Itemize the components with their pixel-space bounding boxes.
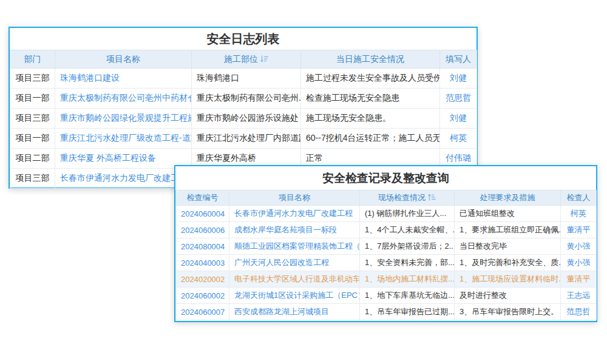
cell-inspection-id[interactable]: 2024040003 <box>176 255 229 271</box>
table-header-row: 部门 项目名称 施工部位 当日施工安全情况 填写人 <box>10 50 477 69</box>
table-header-row: 检查编号 项目名称 现场检查情况 处理要求及措施 检查人 <box>176 190 597 206</box>
table-row: 项目三部 重庆市鹅岭公园绿化景观提升工程施工 重庆市鹅岭公园游乐设施处 施工现场… <box>10 109 477 129</box>
cell-inspector[interactable]: 黄小强 <box>561 238 597 255</box>
inspection-query-panel: 安全检查记录及整改查询 检查编号 项目名称 现场检查情况 处理要求及措施 检查人… <box>174 165 597 322</box>
cell-project-link[interactable]: 重庆太极制药有限公司亳州中药材仓... <box>55 89 192 109</box>
col-header-finding[interactable]: 现场检查情况 <box>360 190 455 206</box>
cell-inspection-id[interactable]: 2024020002 <box>176 271 229 288</box>
table-row: 2024060006 成都水岸华庭名苑项目一标段 1、4个工人未戴安全帽、...… <box>176 222 597 238</box>
table-row: 2024060007 西安成都路龙湖上河城项目 1、吊车年审报告已过期... 3… <box>176 304 597 320</box>
col-header-inspector: 检查人 <box>561 190 597 206</box>
cell-status: 检查施工现场无安全隐患 <box>301 89 440 109</box>
col-header-project: 项目名称 <box>229 190 360 206</box>
cell-inspector[interactable]: 黄小强 <box>561 255 597 271</box>
cell-dept: 项目一部 <box>10 129 55 149</box>
inspection-table: 检查编号 项目名称 现场检查情况 处理要求及措施 检查人 2024060004 … <box>175 190 597 320</box>
cell-status: 60--7挖机4台运转正常；施工人员无违... <box>301 129 440 149</box>
table-row: 项目一部 重庆江北污水处理厂级改造工程-道路... 重庆江北污水处理厂内部道路 … <box>10 129 477 149</box>
cell-inspector[interactable]: 范思哲 <box>561 304 597 320</box>
cell-dept: 项目一部 <box>10 89 55 109</box>
cell-finding: 1、安全资料未完善，部... <box>360 255 455 271</box>
cell-project-link[interactable]: 长春市伊通河水力发电厂改建工程 <box>229 206 360 222</box>
cell-action: 3、吊车年审报告限时上交。 <box>455 304 561 320</box>
cell-action: 1、要求施工班组立即正确佩... <box>455 222 561 238</box>
cell-inspection-id[interactable]: 2024060002 <box>176 288 229 304</box>
cell-finding: 1、吊车年审报告已过期... <box>360 304 455 320</box>
cell-finding: (1) 钢筋绑扎作业三人... <box>360 206 455 222</box>
cell-project-link[interactable]: 长春市伊通河水力发电厂改建工程 <box>55 169 192 189</box>
col-header-project: 项目名称 <box>55 50 192 69</box>
cell-inspection-id[interactable]: 2024060006 <box>176 222 229 238</box>
table-row: 项目一部 重庆太极制药有限公司亳州中药材仓... 重庆太极制药有限公司亳州...… <box>10 89 477 109</box>
cell-project-link[interactable]: 顺德工业园区档案管理精装饰工程（一标段 <box>229 238 360 255</box>
cell-action: 1、施工现场应设置材料临时... <box>455 271 561 288</box>
cell-inspector[interactable]: 王志远 <box>561 288 597 304</box>
col-header-author: 填写人 <box>440 50 477 69</box>
cell-project-link[interactable]: 广州天河人民公园改造工程 <box>229 255 360 271</box>
cell-location: 重庆江北污水处理厂内部道路 <box>192 129 301 149</box>
cell-inspector[interactable]: 柯英 <box>561 206 597 222</box>
cell-finding: 1、地下车库基坑无临边... <box>360 288 455 304</box>
cell-location: 重庆市鹅岭公园游乐设施处 <box>192 109 301 129</box>
col-header-status: 当日施工安全情况 <box>301 50 440 69</box>
cell-inspection-id[interactable]: 2024080004 <box>176 238 229 255</box>
cell-status: 施工过程未发生安全事故及人员受伤情况 <box>301 69 440 89</box>
cell-action: 当日整改完毕 <box>455 238 561 255</box>
cell-finding: 1、场地内施工材料乱摆... <box>360 271 455 288</box>
cell-location: 珠海鹤港口 <box>192 69 301 89</box>
sort-desc-icon[interactable] <box>260 55 268 62</box>
cell-finding: 1、4个工人未戴安全帽、... <box>360 222 455 238</box>
cell-location: 重庆太极制药有限公司亳州... <box>192 89 301 109</box>
table-row: 2024040003 广州天河人民公园改造工程 1、安全资料未完善，部... 1… <box>176 255 597 271</box>
cell-author[interactable]: 柯英 <box>440 129 477 149</box>
cell-author[interactable]: 范思哲 <box>440 89 477 109</box>
cell-project-link[interactable]: 成都水岸华庭名苑项目一标段 <box>229 222 360 238</box>
cell-author[interactable]: 刘健 <box>440 69 477 89</box>
cell-inspection-id[interactable]: 2024060004 <box>176 206 229 222</box>
table-row-highlighted: 2024020002 电子科技大学区域人行道及非机动车道工程 1、场地内施工材料… <box>176 271 597 288</box>
col-header-location[interactable]: 施工部位 <box>192 50 301 69</box>
sort-asc-icon[interactable] <box>428 194 436 201</box>
cell-dept: 项目二部 <box>10 149 55 169</box>
cell-inspector[interactable]: 董清平 <box>561 271 597 288</box>
table-row: 2024060002 龙湖天街城1区设计采购施工（EPC）总承 1、地下车库基坑… <box>176 288 597 304</box>
cell-action: 及时进行整改 <box>455 288 561 304</box>
safety-log-panel: 安全日志列表 部门 项目名称 施工部位 当日施工安全情况 填写人 项目三部 珠海… <box>8 27 478 189</box>
cell-project-link[interactable]: 龙湖天街城1区设计采购施工（EPC）总承 <box>229 288 360 304</box>
cell-action: 1、及时完善和补充安全、质... <box>455 255 561 271</box>
col-header-finding-label: 现场检查情况 <box>378 193 426 202</box>
cell-finding: 1、7层外架搭设滞后；2... <box>360 238 455 255</box>
table-row: 2024080004 顺德工业园区档案管理精装饰工程（一标段 1、7层外架搭设滞… <box>176 238 597 255</box>
cell-author[interactable]: 刘健 <box>440 109 477 129</box>
cell-dept: 项目三部 <box>10 109 55 129</box>
cell-dept: 项目三部 <box>10 169 55 189</box>
table-row: 项目三部 珠海鹤港口建设 珠海鹤港口 施工过程未发生安全事故及人员受伤情况 刘健 <box>10 69 477 89</box>
cell-project-link[interactable]: 西安成都路龙湖上河城项目 <box>229 304 360 320</box>
cell-project-link[interactable]: 重庆江北污水处理厂级改造工程-道路... <box>55 129 192 149</box>
safety-log-title: 安全日志列表 <box>10 28 476 50</box>
cell-inspector[interactable]: 董清平 <box>561 222 597 238</box>
cell-dept: 项目三部 <box>10 69 55 89</box>
cell-project-link[interactable]: 珠海鹤港口建设 <box>55 69 192 89</box>
cell-status: 施工现场无安全隐患。 <box>301 109 440 129</box>
col-header-id: 检查编号 <box>176 190 229 206</box>
col-header-action: 处理要求及措施 <box>455 190 561 206</box>
cell-project-link[interactable]: 重庆市鹅岭公园绿化景观提升工程施工 <box>55 109 192 129</box>
inspection-query-title: 安全检查记录及整改查询 <box>175 166 596 190</box>
col-header-dept: 部门 <box>10 50 55 69</box>
table-row: 2024060004 长春市伊通河水力发电厂改建工程 (1) 钢筋绑扎作业三人.… <box>176 206 597 222</box>
cell-inspection-id[interactable]: 2024060007 <box>176 304 229 320</box>
cell-project-link[interactable]: 电子科技大学区域人行道及非机动车道工程 <box>229 271 360 288</box>
cell-action: 已通知班组整改 <box>455 206 561 222</box>
col-header-location-label: 施工部位 <box>224 54 258 64</box>
cell-project-link[interactable]: 重庆华夏 外高桥工程设备 <box>55 149 192 169</box>
